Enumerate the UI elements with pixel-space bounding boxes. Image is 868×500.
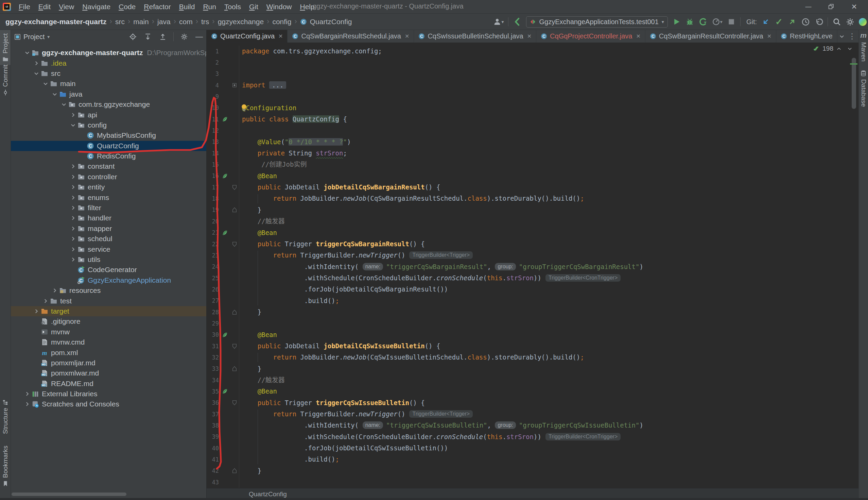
project-view-icon[interactable] [14, 34, 21, 40]
collapse-all-icon[interactable] [159, 33, 166, 41]
tree-item-target[interactable]: target [11, 306, 206, 316]
tree-item-ggzyexchangeapplication[interactable]: CGgzyExchangeApplication [11, 275, 206, 285]
chevron-right-icon[interactable] [23, 391, 31, 397]
chevron-down-icon[interactable] [51, 91, 59, 97]
close-icon[interactable]: ✕ [767, 33, 772, 39]
intention-bulb-icon[interactable] [241, 104, 247, 111]
spring-bean-icon[interactable] [219, 173, 231, 179]
breadcrumb-item-ggzy-exchange-master-quartz[interactable]: ggzy-exchange-master-quartz [5, 18, 107, 26]
coverage-button[interactable] [699, 16, 707, 27]
horizontal-scrollbar[interactable] [12, 492, 127, 496]
close-icon[interactable]: ✕ [405, 33, 409, 39]
tree-item-handler[interactable]: handler [11, 213, 206, 223]
fold-marker-icon[interactable] [231, 83, 238, 88]
debug-button[interactable] [685, 16, 694, 27]
menu-tools[interactable]: Tools [221, 2, 245, 12]
chevron-down-icon[interactable]: ▾ [47, 34, 50, 39]
breadcrumb-item-config[interactable]: config [272, 18, 291, 26]
breadcrumb-item-trs[interactable]: trs [201, 18, 209, 26]
search-icon[interactable] [832, 16, 841, 27]
code-with-me-icon[interactable] [859, 18, 867, 26]
menu-run[interactable]: Run [199, 2, 220, 12]
tree-item-config[interactable]: config [11, 120, 206, 130]
menu-file[interactable]: File [15, 2, 34, 12]
menu-git[interactable]: Git [245, 2, 262, 12]
vertical-scrollbar[interactable] [852, 58, 856, 109]
chevron-right-icon[interactable] [69, 226, 77, 232]
chevron-right-icon[interactable] [69, 246, 77, 252]
tree-item-idea[interactable]: .idea [11, 58, 206, 68]
tree-item-pom-xml[interactable]: mpom.xml [11, 347, 206, 357]
tree-item-scratches-and-consoles[interactable]: Scratches and Consoles [11, 399, 206, 409]
breadcrumb-item-src[interactable]: src [115, 18, 125, 26]
menu-build[interactable]: Build [175, 2, 199, 12]
tree-item-quartzconfig[interactable]: CQuartzConfig [11, 141, 206, 151]
chevron-down-icon[interactable] [23, 50, 31, 56]
tree-item-com-trs-ggzyexchange[interactable]: com.trs.ggzyexchange [11, 99, 206, 110]
run-configuration-select[interactable]: GgzyExchangeApplicationTests.test001 ▾ [526, 16, 668, 27]
chevron-right-icon[interactable] [32, 308, 40, 314]
git-update-icon[interactable] [761, 16, 770, 27]
project-panel-title[interactable]: Project [23, 33, 45, 41]
fold-marker-icon[interactable] [231, 309, 238, 315]
editor-tab-quartzconfig-java[interactable]: CQuartzConfig.java✕ [207, 30, 288, 43]
chevron-right-icon[interactable] [69, 195, 77, 201]
restore-icon[interactable] [828, 4, 834, 10]
tree-item-filter[interactable]: filter [11, 203, 206, 213]
tree-item-constant[interactable]: constant [11, 161, 206, 171]
prev-problem-icon[interactable] [836, 46, 842, 52]
tree-item-mvnw-cmd[interactable]: mvnw.cmd [11, 337, 206, 347]
more-options-icon[interactable]: ⋮ [848, 32, 856, 41]
run-button[interactable] [672, 16, 681, 27]
tree-item-schedul[interactable]: schedul [11, 234, 206, 244]
tree-item-ggzy-exchange-master-quartz[interactable]: ggzy-exchange-master-quartzD:\ProgramWor… [11, 48, 206, 58]
menu-refactor[interactable]: Refactor [140, 2, 174, 12]
editor-tab-cqswbargainresultcontroller-java[interactable]: CCqSwBargainResultController.java✕ [645, 30, 776, 43]
tree-item-resources[interactable]: resources [11, 285, 206, 296]
tree-item-api[interactable]: api [11, 110, 206, 120]
editor-tab-cqswissuebulletinschedul-java[interactable]: CCqSwIssueBulletinSchedul.java✕ [414, 30, 536, 43]
tree-item-pomxmljar-md[interactable]: MDpomxmljar.md [11, 358, 206, 368]
tree-item-test[interactable]: test [11, 296, 206, 306]
tree-item-java[interactable]: java [11, 89, 206, 99]
inspections-widget[interactable]: ✓✓ 198 [813, 45, 852, 53]
tree-item-pomxmlwar-md[interactable]: MDpomxmlwar.md [11, 368, 206, 378]
chevron-right-icon[interactable] [42, 298, 50, 304]
tree-item-controller[interactable]: controller [11, 172, 206, 182]
tool-tab-database[interactable]: Database [859, 70, 868, 107]
fold-marker-icon[interactable] [231, 241, 238, 247]
tree-item-main[interactable]: main [11, 79, 206, 89]
editor-tab-resthighleve[interactable]: CRestHighLeve [776, 30, 837, 43]
settings-gear-icon[interactable] [846, 16, 854, 27]
chevron-right-icon[interactable] [69, 112, 77, 118]
chevron-down-icon[interactable] [32, 70, 40, 77]
tool-tab-project[interactable]: Project [0, 30, 11, 65]
tree-item-mybatisplusconfig[interactable]: CMybatisPlusConfig [11, 130, 206, 140]
close-icon[interactable]: ✕ [527, 33, 531, 39]
fold-marker-icon[interactable] [231, 185, 238, 190]
tool-tab-structure[interactable]: Structure [0, 399, 11, 434]
tree-item-gitignore[interactable]: .gitignore [11, 316, 206, 327]
locate-file-icon[interactable] [129, 33, 137, 41]
tree-item-enums[interactable]: enums [11, 192, 206, 202]
spring-bean-icon[interactable] [219, 332, 231, 338]
panel-settings-gear-icon[interactable] [180, 33, 188, 41]
chevron-right-icon[interactable] [69, 184, 77, 190]
breadcrumb-item-com[interactable]: com [179, 18, 193, 26]
tree-item-readme-md[interactable]: MDREADME.md [11, 378, 206, 389]
rollback-icon[interactable] [814, 16, 823, 27]
breadcrumb-item-ggzyexchange[interactable]: ggzyexchange [218, 18, 264, 26]
fold-marker-icon[interactable] [231, 343, 238, 349]
back-icon[interactable] [513, 16, 522, 27]
menu-view[interactable]: View [55, 2, 78, 12]
close-icon[interactable]: ✕ [636, 33, 640, 39]
breadcrumb-item-quartzconfig[interactable]: QuartzConfig [310, 18, 352, 26]
tool-tab-commit[interactable]: Commit [0, 65, 11, 95]
chevron-right-icon[interactable] [69, 174, 77, 180]
chevron-down-icon[interactable] [69, 122, 77, 128]
tree-item-utils[interactable]: utils [11, 254, 206, 265]
expand-all-icon[interactable] [144, 33, 152, 41]
tree-item-codegenerator[interactable]: CCodeGenerator [11, 265, 206, 275]
hide-panel-icon[interactable]: — [196, 32, 203, 41]
tree-item-mvnw[interactable]: mvnw [11, 327, 206, 337]
